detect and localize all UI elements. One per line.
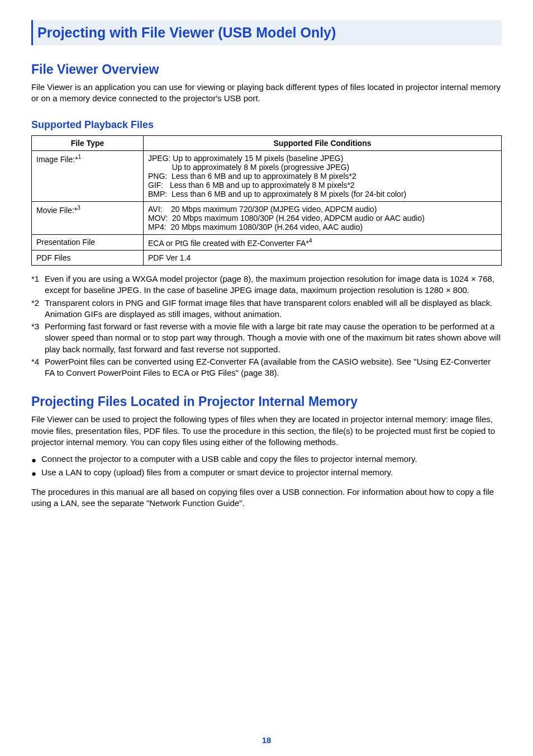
bullet-list: ● Connect the projector to a computer wi…: [31, 453, 502, 480]
section-file-viewer-overview: File Viewer Overview File Viewer is an a…: [31, 62, 502, 379]
paragraph-overview: File Viewer is an application you can us…: [31, 82, 502, 105]
footnote: *2 Transparent colors in PNG and GIF for…: [31, 297, 502, 320]
table-row: Movie File:*3 AVI: 20 Mbps maximum 720/3…: [32, 201, 502, 234]
heading-overview: File Viewer Overview: [31, 62, 502, 77]
page-number: 18: [0, 735, 533, 745]
footnote-text: Even if you are using a WXGA model proje…: [45, 273, 502, 296]
footnote-marker: *3: [31, 321, 45, 355]
cell-conditions: JPEG: Up to approximately 15 M pixels (b…: [144, 150, 502, 201]
cell-filetype: PDF Files: [32, 251, 144, 266]
cell-conditions: PDF Ver 1.4: [144, 251, 502, 266]
footnote-marker: *2: [31, 297, 45, 320]
footnotes: *1 Even if you are using a WXGA model pr…: [31, 273, 502, 379]
list-item: ● Use a LAN to copy (upload) files from …: [31, 467, 502, 479]
footnote-marker: *1: [31, 273, 45, 296]
heading-projecting-internal: Projecting Files Located in Projector In…: [31, 394, 502, 409]
list-item-text: Use a LAN to copy (upload) files from a …: [41, 467, 393, 479]
footnote-marker: *4: [31, 356, 45, 379]
table-header-conditions: Supported File Conditions: [144, 135, 502, 150]
footnote-text: Performing fast forward or fast reverse …: [45, 321, 502, 355]
table-header-filetype: File Type: [32, 135, 144, 150]
list-item: ● Connect the projector to a computer wi…: [31, 453, 502, 466]
table-row: Presentation File ECA or PtG file create…: [32, 234, 502, 251]
section-projecting-internal-memory: Projecting Files Located in Projector In…: [31, 394, 502, 509]
bullet-icon: ●: [31, 467, 41, 479]
page-title: Projecting with File Viewer (USB Model O…: [37, 25, 336, 40]
paragraph-internal-1: File Viewer can be used to project the f…: [31, 414, 502, 448]
footnote: *4 PowerPoint files can be converted usi…: [31, 356, 502, 379]
footnote: *1 Even if you are using a WXGA model pr…: [31, 273, 502, 296]
footnote-text: Transparent colors in PNG and GIF format…: [45, 297, 502, 320]
table-row: PDF Files PDF Ver 1.4: [32, 251, 502, 266]
footnote-text: PowerPoint files can be converted using …: [45, 356, 502, 379]
cell-filetype: Presentation File: [32, 234, 144, 251]
cell-filetype: Movie File:*3: [32, 201, 144, 234]
cell-conditions: AVI: 20 Mbps maximum 720/30P (MJPEG vide…: [144, 201, 502, 234]
cell-conditions: ECA or PtG file created with EZ-Converte…: [144, 234, 502, 251]
footnote: *3 Performing fast forward or fast rever…: [31, 321, 502, 355]
list-item-text: Connect the projector to a computer with…: [41, 453, 417, 466]
table-header-row: File Type Supported File Conditions: [32, 135, 502, 150]
bullet-icon: ●: [31, 453, 41, 466]
page-title-band: Projecting with File Viewer (USB Model O…: [31, 20, 502, 45]
paragraph-internal-2: The procedures in this manual are all ba…: [31, 486, 502, 509]
cell-filetype: Image File:*1: [32, 150, 144, 201]
table-row: Image File:*1 JPEG: Up to approximately …: [32, 150, 502, 201]
supported-files-table: File Type Supported File Conditions Imag…: [31, 135, 502, 266]
heading-supported-files: Supported Playback Files: [31, 119, 502, 131]
